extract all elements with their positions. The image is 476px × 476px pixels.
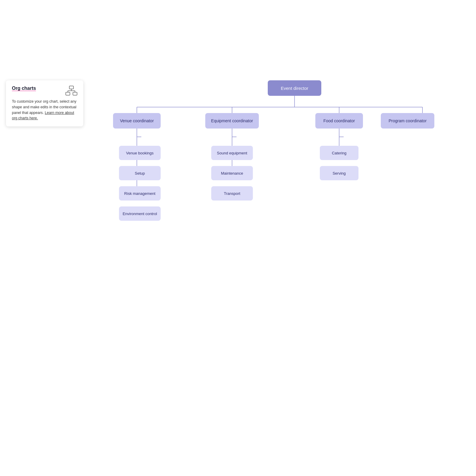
node-maintenance[interactable]: Maintenance bbox=[211, 166, 253, 180]
node-venue-coordinator[interactable]: Venue coordinator bbox=[113, 113, 161, 129]
svg-rect-0 bbox=[69, 86, 73, 89]
node-venue-bookings[interactable]: Venue bookings bbox=[119, 146, 161, 160]
svg-rect-5 bbox=[66, 92, 70, 95]
node-equipment-coordinator[interactable]: Equipment coordinator bbox=[205, 113, 259, 129]
node-sound-equipment[interactable]: Sound equipment bbox=[211, 146, 253, 160]
node-program-coordinator[interactable]: Program coordinator bbox=[381, 113, 434, 129]
info-panel-title: Org charts bbox=[12, 86, 36, 91]
org-chart-icon bbox=[65, 86, 77, 96]
node-serving[interactable]: Serving bbox=[320, 166, 358, 180]
svg-rect-6 bbox=[73, 92, 77, 95]
learn-more-link[interactable]: Learn more about org charts here. bbox=[12, 111, 74, 120]
org-chart: Event director Venue coordinator Equipme… bbox=[95, 74, 464, 416]
info-panel-header: Org charts bbox=[12, 86, 77, 96]
node-transport[interactable]: Transport bbox=[211, 186, 253, 201]
node-food-coordinator[interactable]: Food coordinator bbox=[315, 113, 363, 129]
info-panel-description: To customize your org chart, select any … bbox=[12, 99, 77, 121]
node-environment-control[interactable]: Environment control bbox=[119, 206, 161, 221]
node-setup[interactable]: Setup bbox=[119, 166, 161, 180]
node-catering[interactable]: Catering bbox=[320, 146, 358, 160]
node-risk-management[interactable]: Risk management bbox=[119, 186, 161, 201]
node-event-director[interactable]: Event director bbox=[268, 80, 321, 96]
info-panel: Org charts To customize your org chart, … bbox=[6, 80, 83, 126]
